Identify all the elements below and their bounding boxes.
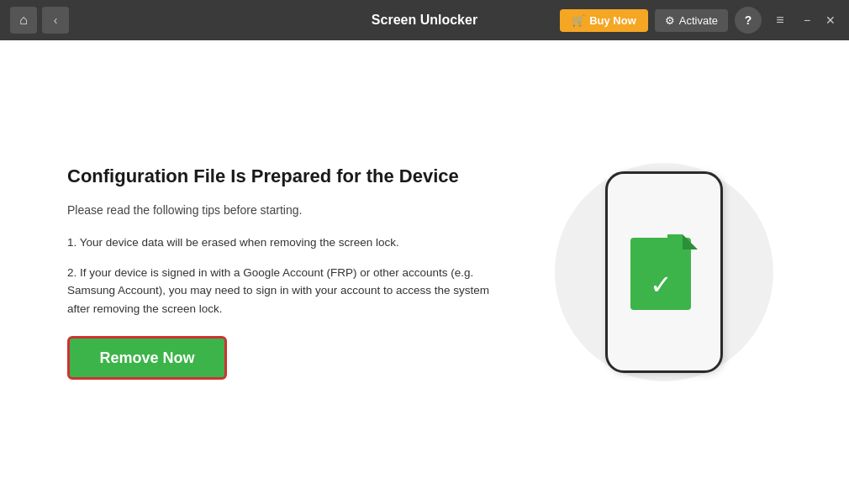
tip2-text: 2. If your device is signed in with a Go…	[67, 264, 513, 318]
titlebar: ⌂ ‹ Screen Unlocker 🛒 Buy Now ⚙ Activate…	[0, 0, 849, 40]
tip1-text: 1. Your device data will be erased when …	[67, 234, 513, 252]
activate-button[interactable]: ⚙ Activate	[655, 9, 728, 32]
remove-now-button[interactable]: Remove Now	[67, 336, 227, 380]
file-icon: ✓	[630, 234, 698, 310]
back-button[interactable]: ‹	[42, 7, 69, 34]
cart-icon: 🛒	[572, 14, 585, 27]
activate-label: Activate	[679, 14, 718, 27]
app-title: Screen Unlocker	[372, 13, 477, 28]
page-title: Configuration File Is Prepared for the D…	[67, 165, 513, 189]
remove-now-label: Remove Now	[99, 349, 194, 367]
phone-illustration: ✓	[605, 171, 723, 373]
back-icon: ‹	[54, 13, 58, 27]
close-icon: ✕	[825, 13, 836, 27]
home-button[interactable]: ⌂	[10, 7, 37, 34]
left-panel: Configuration File Is Prepared for the D…	[67, 165, 513, 381]
right-panel: ✓	[546, 163, 782, 381]
minimize-button[interactable]: −	[799, 12, 815, 29]
titlebar-right-controls: 🛒 Buy Now ⚙ Activate ? ≡ − ✕	[560, 7, 839, 34]
hamburger-icon: ≡	[776, 13, 783, 28]
buy-now-label: Buy Now	[589, 14, 636, 27]
main-content: Configuration File Is Prepared for the D…	[0, 40, 849, 504]
subtitle-text: Please read the following tips before st…	[67, 203, 513, 217]
minimize-icon: −	[804, 13, 810, 27]
home-icon: ⌂	[19, 13, 28, 28]
help-button[interactable]: ?	[735, 7, 762, 34]
check-icon: ✓	[650, 271, 672, 298]
buy-now-button[interactable]: 🛒 Buy Now	[560, 9, 648, 32]
help-icon: ?	[745, 13, 752, 27]
circle-background: ✓	[555, 163, 773, 381]
menu-button[interactable]: ≡	[768, 8, 792, 32]
titlebar-left-controls: ⌂ ‹	[10, 7, 69, 34]
activate-icon: ⚙	[665, 14, 675, 27]
file-corner	[683, 234, 698, 249]
close-button[interactable]: ✕	[822, 12, 839, 29]
